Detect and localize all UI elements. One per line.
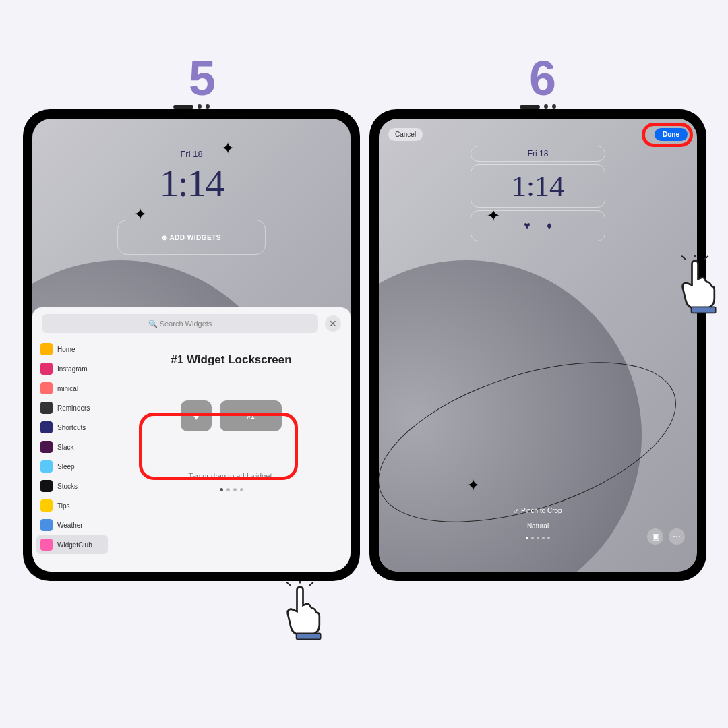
sidebar-item-sleep[interactable]: Sleep	[36, 457, 108, 476]
sidebar-item-minical[interactable]: minical	[36, 379, 108, 398]
cancel-button[interactable]: Cancel	[388, 128, 423, 141]
app-label: Stocks	[57, 483, 78, 490]
search-input[interactable]: 🔍 Search Widgets	[42, 314, 318, 333]
widget-slot-box[interactable]: ♥ ♦	[471, 210, 605, 241]
date-widget-box[interactable]: Fri 18	[471, 146, 605, 162]
close-icon[interactable]: ✕	[325, 315, 341, 332]
widget-picker-sheet: 🔍 Search Widgets ✕ HomeInstagramminicalR…	[32, 307, 351, 572]
app-icon	[40, 421, 53, 433]
svg-line-0	[286, 582, 291, 586]
app-icon	[40, 499, 53, 512]
app-icon	[40, 402, 53, 414]
pinch-hint: ⤢ Pinch to Crop	[514, 507, 562, 514]
sidebar-item-shortcuts[interactable]: Shortcuts	[36, 418, 108, 437]
tap-hand-icon	[270, 581, 330, 642]
sidebar-item-stocks[interactable]: Stocks	[36, 477, 108, 495]
highlight-box	[139, 413, 298, 480]
sidebar-item-instagram[interactable]: Instagram	[36, 359, 108, 378]
app-label: minical	[57, 385, 78, 392]
app-icon	[40, 343, 53, 355]
svg-line-6	[704, 256, 708, 260]
tap-hand-icon	[665, 255, 725, 315]
step-number-5: 5	[189, 51, 216, 106]
svg-rect-7	[692, 307, 716, 313]
svg-rect-3	[297, 633, 321, 639]
app-icon	[40, 382, 53, 394]
ipad-step-6: ✦ ✦ Cancel Done Fri 18 1:14 ♥ ♦ ⤢ Pinch …	[369, 109, 706, 581]
app-label: Tips	[57, 502, 70, 510]
page-dots	[220, 488, 243, 491]
app-icon	[40, 519, 53, 531]
app-label: WidgetClub	[57, 541, 92, 549]
app-icon	[40, 480, 53, 492]
app-icon	[40, 539, 53, 551]
filter-name: Natural	[527, 522, 549, 530]
app-icon	[40, 441, 53, 453]
app-label: Slack	[57, 444, 73, 451]
more-icon[interactable]: ⋯	[669, 528, 685, 545]
app-label: Shortcuts	[57, 424, 86, 431]
lock-date: Fri 18	[180, 149, 202, 159]
sidebar-item-slack[interactable]: Slack	[36, 437, 108, 456]
app-label: Weather	[57, 522, 83, 529]
widget-detail: #1 Widget Lockscreen ♥ #1 Tap or drag to…	[112, 340, 351, 572]
sidebar-item-reminders[interactable]: Reminders	[36, 398, 108, 417]
sidebar-item-weather[interactable]: Weather	[36, 516, 108, 535]
sidebar-item-home[interactable]: Home	[36, 340, 108, 359]
sidebar-item-tips[interactable]: Tips	[36, 496, 108, 515]
highlight-done	[642, 123, 693, 147]
app-icon	[40, 460, 53, 473]
svg-line-2	[309, 582, 313, 586]
app-icon	[40, 363, 53, 375]
app-label: Instagram	[57, 365, 87, 373]
photos-icon[interactable]: ▣	[647, 528, 663, 545]
svg-line-4	[681, 256, 686, 260]
add-widgets-button[interactable]: ⊕ ADD WIDGETS	[117, 220, 266, 255]
lock-time: 1:14	[159, 160, 223, 206]
ipad-step-5: ✦ ✦ Fri 18 1:14 ⊕ ADD WIDGETS 🔍 Search W…	[23, 109, 360, 581]
filter-dots	[526, 537, 550, 539]
app-label: Home	[57, 346, 75, 353]
step-number-6: 6	[529, 51, 556, 106]
app-label: Reminders	[57, 404, 90, 412]
app-label: Sleep	[57, 463, 75, 471]
app-sidebar: HomeInstagramminicalRemindersShortcutsSl…	[32, 340, 112, 572]
time-widget-box[interactable]: 1:14	[471, 164, 605, 208]
diamond-icon: ♦	[547, 220, 552, 232]
heart-icon: ♥	[524, 220, 530, 232]
widget-title: #1 Widget Lockscreen	[171, 353, 291, 367]
sidebar-item-widgetclub[interactable]: WidgetClub	[36, 535, 108, 554]
